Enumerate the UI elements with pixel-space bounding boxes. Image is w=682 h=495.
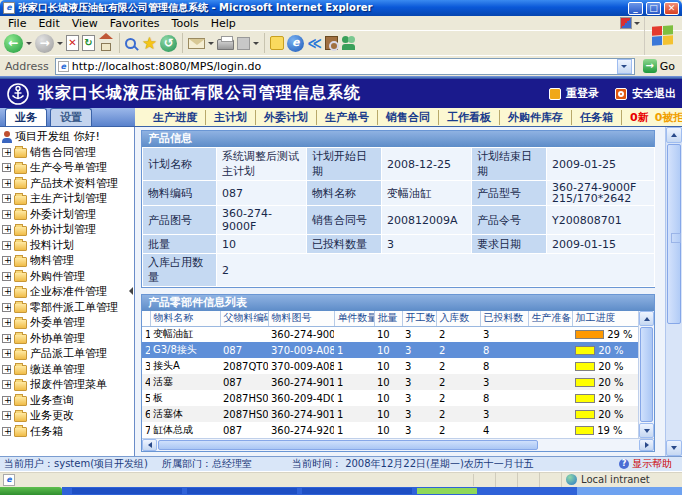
nav-sales-contract[interactable]: 销售合同: [378, 110, 439, 125]
expand-icon[interactable]: [2, 427, 11, 436]
home-button[interactable]: [98, 38, 114, 51]
messenger-button[interactable]: [341, 36, 357, 50]
expand-icon[interactable]: [2, 256, 11, 265]
sidebar-item-tech-data[interactable]: 产品技术资料管理: [2, 176, 134, 192]
expand-icon[interactable]: [2, 210, 11, 219]
stop-button[interactable]: ✕: [66, 35, 79, 51]
expand-icon[interactable]: [2, 396, 11, 405]
scroll-thumb[interactable]: [667, 144, 681, 324]
refresh-button[interactable]: ↻: [82, 35, 95, 51]
expand-icon[interactable]: [2, 318, 11, 327]
edit-button[interactable]: [237, 37, 250, 50]
mail-dropdown-icon[interactable]: [208, 42, 214, 45]
nav-task-box[interactable]: 任务箱: [572, 110, 622, 125]
expand-icon[interactable]: [2, 194, 11, 203]
menu-help[interactable]: Help: [205, 17, 242, 30]
expand-icon[interactable]: [2, 303, 11, 312]
table-row[interactable]: 3接头A2087QT002370-009-A0850110328 20 %: [142, 358, 638, 374]
taskbar-buttons[interactable]: [62, 487, 577, 495]
sidebar-item-feeding-plan[interactable]: 投料计划: [2, 238, 134, 254]
task-rejected-badge[interactable]: 0被拒绝: [655, 110, 682, 125]
address-dropdown-button[interactable]: [617, 59, 632, 74]
sidebar-item-delivery-note[interactable]: 缴送单管理: [2, 362, 134, 378]
sidebar-item-material-mgmt[interactable]: 物料管理: [2, 253, 134, 269]
maximize-button[interactable]: □: [646, 2, 661, 15]
nav-production-progress[interactable]: 生产进度: [145, 110, 206, 125]
edit-dropdown-icon[interactable]: [253, 42, 259, 45]
sidebar-item-master-plan[interactable]: 主生产计划管理: [2, 191, 134, 207]
sidebar-item-order-number[interactable]: 生产令号单管理: [2, 160, 134, 176]
sidebar-item-coop-plan[interactable]: 外协计划管理: [2, 222, 134, 238]
nav-purchased-stock[interactable]: 外购件库存: [500, 110, 572, 125]
parts-vertical-scrollbar[interactable]: [638, 311, 654, 438]
nav-outsourcing-plan[interactable]: 外委计划: [256, 110, 317, 125]
expand-icon[interactable]: [2, 148, 11, 157]
tab-settings[interactable]: 设置: [50, 108, 92, 126]
close-button[interactable]: ✕: [664, 2, 679, 15]
expand-icon[interactable]: [2, 365, 11, 374]
history-button[interactable]: ↺: [160, 35, 177, 52]
download-tool-button[interactable]: ≪: [307, 36, 322, 50]
sidebar-item-business-query[interactable]: 业务查询: [2, 393, 134, 409]
page-vertical-scrollbar[interactable]: [665, 127, 682, 456]
table-row[interactable]: 1变幅油缸360-274-9000F10323 29 %: [142, 326, 638, 342]
internet-icon-button[interactable]: e: [287, 35, 304, 52]
menu-edit[interactable]: Edit: [32, 17, 65, 30]
back-button[interactable]: ←: [4, 34, 23, 53]
menu-tools[interactable]: Tools: [166, 17, 205, 30]
sidebar-item-product-dispatch[interactable]: 产品派工单管理: [2, 346, 134, 362]
search-button[interactable]: [125, 38, 136, 49]
sidebar-item-coop-order[interactable]: 外协单管理: [2, 331, 134, 347]
scroll-thumb[interactable]: [158, 440, 538, 450]
sidebar-item-task-box[interactable]: 任务箱: [2, 424, 134, 440]
task-new-badge[interactable]: 0新: [630, 110, 649, 125]
expand-icon[interactable]: [2, 334, 11, 343]
table-row[interactable]: 5板2087HS002360-209-4D010110328 20 %: [142, 390, 638, 406]
relogin-button[interactable]: 重登录: [549, 86, 599, 101]
back-dropdown-icon[interactable]: [26, 42, 32, 45]
expand-icon[interactable]: [2, 179, 11, 188]
minimize-button[interactable]: _: [628, 2, 643, 15]
menu-favorites[interactable]: Favorites: [104, 17, 166, 30]
table-row-selected[interactable]: 2G3/8接头087370-009-A0840110328 20 %: [142, 342, 638, 358]
scroll-down-icon[interactable]: [666, 440, 682, 456]
mail-button[interactable]: [188, 38, 205, 49]
nav-master-plan[interactable]: 主计划: [206, 110, 256, 125]
expand-icon[interactable]: [2, 287, 11, 296]
go-button[interactable]: → Go: [639, 59, 679, 73]
sidebar-item-outsource-order[interactable]: 外委单管理: [2, 315, 134, 331]
nav-work-board[interactable]: 工作看板: [439, 110, 500, 125]
sidebar-item-purchased-parts[interactable]: 外购件管理: [2, 269, 134, 285]
menu-view[interactable]: View: [66, 17, 104, 30]
scroll-down-icon[interactable]: [639, 423, 654, 438]
expand-icon[interactable]: [2, 349, 11, 358]
sidebar-collapse-handle[interactable]: [129, 287, 133, 295]
expand-icon[interactable]: [2, 241, 11, 250]
note-button[interactable]: [270, 36, 284, 50]
expand-icon[interactable]: [2, 380, 11, 389]
expand-icon[interactable]: [2, 225, 11, 234]
scroll-up-icon[interactable]: [666, 127, 682, 143]
sidebar-item-scrap-mgmt[interactable]: 报废件管理菜单: [2, 377, 134, 393]
scroll-right-icon[interactable]: [639, 439, 654, 451]
show-help-link[interactable]: ? 显示帮助: [619, 457, 672, 471]
start-button[interactable]: [0, 487, 62, 495]
browser-addon-button[interactable]: [620, 17, 640, 29]
sidebar-item-outsource-plan[interactable]: 外委计划管理: [2, 207, 134, 223]
scroll-thumb[interactable]: [640, 327, 653, 422]
expand-icon[interactable]: [2, 272, 11, 281]
sidebar-item-business-change[interactable]: 业务更改: [2, 408, 134, 424]
sidebar-item-part-dispatch[interactable]: 零部件派工单管理: [2, 300, 134, 316]
scroll-up-icon[interactable]: [639, 311, 654, 326]
tab-business[interactable]: 业务: [5, 108, 47, 126]
forward-dropdown-icon[interactable]: [57, 42, 63, 45]
sidebar-item-standard-parts[interactable]: 企业标准件管理: [2, 284, 134, 300]
nav-production-order[interactable]: 生产单号: [317, 110, 378, 125]
parts-horizontal-scrollbar[interactable]: [142, 438, 654, 451]
table-row[interactable]: 6活塞体2087HS002360-274-9011W110323 20 %: [142, 406, 638, 422]
menu-file[interactable]: File: [2, 17, 32, 30]
scroll-left-icon[interactable]: [142, 439, 157, 451]
sidebar-item-sales-contract[interactable]: 销售合同管理: [2, 145, 134, 161]
logout-button[interactable]: 安全退出: [615, 86, 676, 101]
table-row[interactable]: 4活塞087360-274-9010F110323 20 %: [142, 374, 638, 390]
